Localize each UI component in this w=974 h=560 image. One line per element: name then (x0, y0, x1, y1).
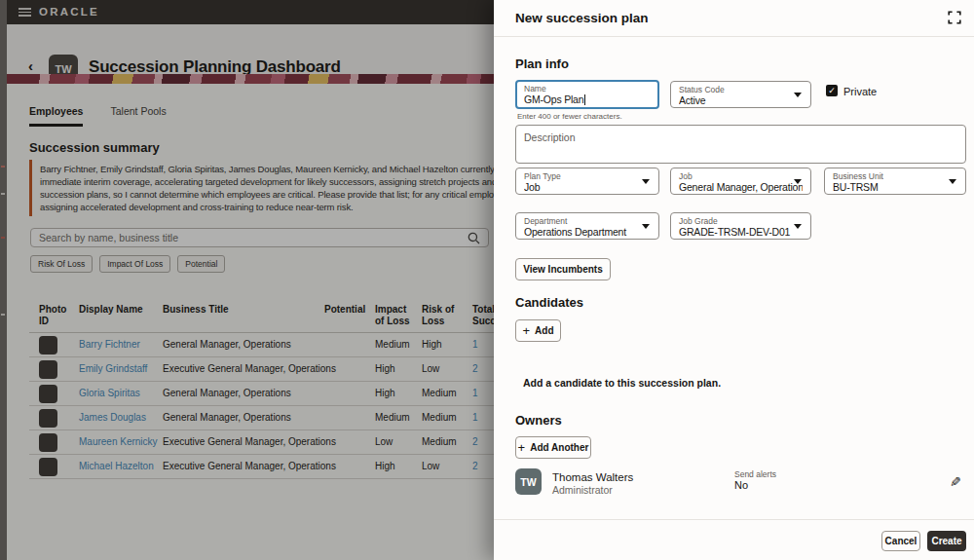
chevron-down-icon (642, 179, 650, 184)
private-checkbox[interactable]: ✓ (826, 85, 838, 96)
cancel-button[interactable]: Cancel (881, 531, 920, 551)
job-value: General Manager, Operation (679, 181, 803, 194)
add-candidate-button[interactable]: + Add (515, 319, 561, 342)
business-unit-label: Business Unit (833, 171, 957, 181)
job-grade-label: Job Grade (679, 216, 803, 226)
send-alerts-value: No (734, 479, 748, 491)
owner-role: Administrator (552, 484, 613, 496)
status-code-value: Active (679, 94, 803, 107)
job-grade-value: GRADE-TRSM-DEV-D01 (679, 226, 803, 239)
status-code-label: Status Code (679, 85, 803, 94)
add-another-owner-button[interactable]: + Add Another (515, 436, 591, 459)
owner-name: Thomas Walters (552, 471, 633, 483)
job-label: Job (679, 171, 803, 181)
owners-heading: Owners (515, 413, 562, 428)
text-cursor (584, 94, 585, 105)
plus-icon: + (518, 440, 526, 455)
app-root: ORACLE ‹ TW Succession Planning Dashboar… (0, 0, 974, 560)
divider (494, 519, 974, 520)
create-button[interactable]: Create (927, 531, 966, 551)
view-incumbents-button[interactable]: View Incumbents (515, 258, 611, 280)
job-select[interactable]: Job General Manager, Operation (670, 168, 811, 195)
department-label: Department (524, 216, 651, 226)
new-succession-plan-panel: New succession plan Plan info Name GM-Op… (494, 0, 974, 560)
expand-icon[interactable] (948, 11, 961, 24)
plus-icon: + (522, 323, 530, 338)
edit-owner-icon[interactable]: ✎ (950, 474, 961, 490)
department-select[interactable]: Department Operations Department (515, 212, 659, 240)
name-value: GM-Ops Plan (524, 93, 583, 105)
chevron-down-icon (794, 93, 802, 97)
candidates-empty-message: Add a candidate to this succession plan. (523, 377, 721, 389)
private-label: Private (843, 86, 877, 97)
panel-title: New succession plan (515, 11, 649, 25)
description-placeholder: Description (524, 131, 957, 143)
chevron-down-icon (794, 179, 802, 184)
job-grade-select[interactable]: Job Grade GRADE-TRSM-DEV-D01 (670, 212, 811, 240)
plan-type-value: Job (524, 181, 651, 194)
business-unit-value: BU-TRSM (833, 181, 957, 194)
chevron-down-icon (949, 179, 956, 184)
candidates-heading: Candidates (515, 295, 583, 310)
plan-type-label: Plan Type (524, 171, 651, 181)
name-helper-text: Enter 400 or fewer characters. (517, 112, 622, 121)
chevron-down-icon (642, 224, 650, 229)
description-field[interactable]: Description (515, 125, 966, 164)
chevron-down-icon (794, 224, 802, 229)
plan-type-select[interactable]: Plan Type Job (515, 168, 659, 195)
send-alerts-label: Send alerts (734, 469, 776, 479)
divider (494, 36, 974, 37)
department-value: Operations Department (524, 226, 651, 239)
status-code-select[interactable]: Status Code Active (670, 81, 811, 108)
overlay-scrim[interactable] (0, 0, 494, 560)
name-field[interactable]: Name GM-Ops Plan (515, 80, 659, 109)
plan-info-heading: Plan info (515, 56, 569, 71)
owner-avatar: TW (515, 468, 542, 495)
business-unit-select[interactable]: Business Unit BU-TRSM (824, 168, 966, 195)
name-label: Name (524, 84, 651, 93)
